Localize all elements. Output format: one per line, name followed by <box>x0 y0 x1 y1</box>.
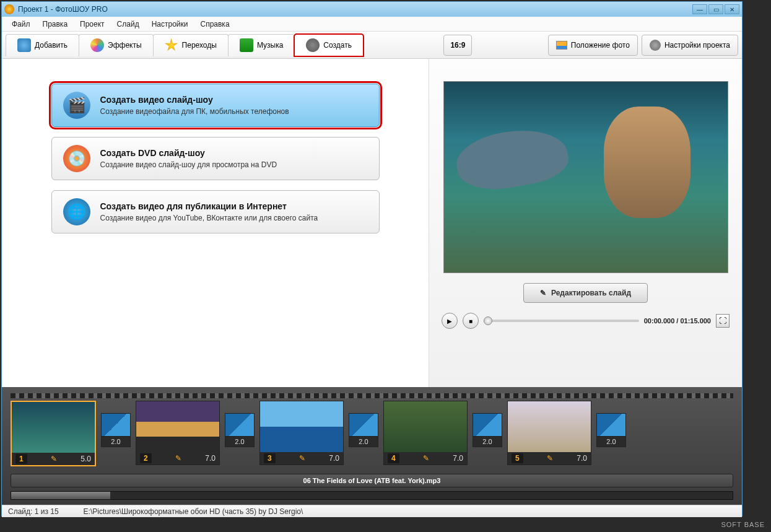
option-create-video[interactable]: 🎬 Создать видео слайд-шоу Создание видео… <box>51 84 380 127</box>
photo-icon <box>556 41 567 50</box>
option-title: Создать видео для публикации в Интернет <box>100 201 318 211</box>
option-desc: Создание видео слайд-шоу для просмотра н… <box>100 160 277 169</box>
transition-thumb <box>473 413 502 437</box>
dvd-icon: 💿 <box>63 145 90 172</box>
time-display: 00:00.000 / 01:15.000 <box>644 317 711 325</box>
transition-duration: 2.0 <box>596 437 626 447</box>
transition[interactable]: 2.0 <box>349 401 378 447</box>
option-create-web[interactable]: 🌐 Создать видео для публикации в Интерне… <box>51 190 380 233</box>
toolbar: Добавить Эффекты Переходы Музыка Создать… <box>2 32 742 59</box>
transition-duration: 2.0 <box>473 437 502 447</box>
slide-number: 2 <box>140 453 152 463</box>
reel-icon <box>306 38 320 52</box>
timeline-slide[interactable]: 2✎7.0 <box>136 401 220 465</box>
menu-edit[interactable]: Правка <box>38 19 73 30</box>
pencil-icon: ✎ <box>540 289 546 297</box>
photo-position-button[interactable]: Положение фото <box>548 35 638 56</box>
preview-panel: ✎Редактировать слайд ▶ ■ 00:00.000 / 01:… <box>429 59 742 387</box>
project-settings-button[interactable]: Настройки проекта <box>642 35 738 56</box>
option-create-dvd[interactable]: 💿 Создать DVD слайд-шоу Создание видео с… <box>51 137 380 180</box>
slide-duration: 7.0 <box>329 454 339 463</box>
transition[interactable]: 2.0 <box>473 401 502 447</box>
preview-image <box>443 81 728 273</box>
menu-project[interactable]: Проект <box>75 19 110 30</box>
slide-number: 4 <box>388 453 399 463</box>
scrollbar-thumb[interactable] <box>11 492 110 499</box>
pencil-icon[interactable]: ✎ <box>423 454 429 463</box>
tab-label: Эффекты <box>108 41 142 50</box>
menu-file[interactable]: Файл <box>7 19 35 30</box>
seek-bar[interactable] <box>484 320 639 322</box>
menubar: Файл Правка Проект Слайд Настройки Справ… <box>2 17 742 32</box>
gear-icon <box>650 40 661 51</box>
slide-thumb <box>384 401 467 452</box>
music-icon <box>240 38 253 52</box>
pencil-icon[interactable]: ✎ <box>175 454 181 463</box>
transition[interactable]: 2.0 <box>101 401 131 447</box>
transition-thumb <box>225 413 255 437</box>
create-panel: 🎬 Создать видео слайд-шоу Создание видео… <box>2 59 429 387</box>
slide-duration: 7.0 <box>205 454 216 463</box>
slide-number: 3 <box>264 453 276 463</box>
seek-thumb[interactable] <box>484 316 492 325</box>
status-path: E:\Pictures\Широкоформатные обои HD (час… <box>84 507 303 516</box>
tab-label: Добавить <box>35 41 68 50</box>
watermark: SOFT BASE <box>721 521 765 528</box>
tab-create[interactable]: Создать <box>294 34 364 56</box>
timeline-scrollbar[interactable] <box>11 491 733 500</box>
globe-icon: 🌐 <box>63 198 90 225</box>
transition-thumb <box>349 413 378 437</box>
film-edge <box>11 393 733 398</box>
tab-effects[interactable]: Эффекты <box>79 34 154 56</box>
pencil-icon[interactable]: ✎ <box>51 455 57 463</box>
app-window: Проект 1 - ФотоШОУ PRO — ▭ ✕ Файл Правка… <box>1 1 743 517</box>
menu-settings[interactable]: Настройки <box>147 19 193 30</box>
transition-duration: 2.0 <box>349 437 378 447</box>
statusbar: Слайд: 1 из 15 E:\Pictures\Широкоформатн… <box>2 505 742 517</box>
play-button[interactable]: ▶ <box>442 313 458 329</box>
window-title: Проект 1 - ФотоШОУ PRO <box>18 5 692 14</box>
transition-duration: 2.0 <box>225 437 255 447</box>
video-file-icon: 🎬 <box>63 92 90 119</box>
tab-label: Музыка <box>257 41 283 50</box>
tab-transitions[interactable]: Переходы <box>153 34 229 56</box>
transition-duration: 2.0 <box>101 437 131 447</box>
palette-icon <box>90 38 104 52</box>
preview-content <box>452 122 572 196</box>
timeline-slide[interactable]: 4✎7.0 <box>383 401 468 465</box>
transition-thumb <box>596 413 626 437</box>
audio-track[interactable]: 06 The Fields of Love (ATB feat. York).m… <box>11 474 733 487</box>
menu-help[interactable]: Справка <box>195 19 234 30</box>
star-icon <box>165 38 178 52</box>
slide-duration: 5.0 <box>81 455 91 463</box>
fullscreen-button[interactable]: ⛶ <box>716 314 730 328</box>
close-button[interactable]: ✕ <box>725 4 739 14</box>
edit-slide-button[interactable]: ✎Редактировать слайд <box>523 283 648 303</box>
slide-number: 5 <box>512 453 523 463</box>
timeline-slide[interactable]: 3✎7.0 <box>259 401 344 465</box>
slide-thumb <box>260 401 343 452</box>
menu-slide[interactable]: Слайд <box>112 19 144 30</box>
timeline-slide[interactable]: 1✎5.0 <box>11 401 96 466</box>
tab-music[interactable]: Музыка <box>228 34 295 56</box>
slide-thumb <box>12 402 95 453</box>
transition[interactable]: 2.0 <box>596 401 626 447</box>
tab-add[interactable]: Добавить <box>6 34 79 56</box>
tab-label: Переходы <box>182 41 217 50</box>
slide-duration: 7.0 <box>453 454 463 463</box>
stop-button[interactable]: ■ <box>463 313 479 329</box>
slide-thumb <box>136 401 219 452</box>
camera-icon <box>17 38 31 52</box>
slides-row: 1✎5.0 2.0 2✎7.0 2.0 3✎7.0 2.0 4✎7.0 2.0 … <box>11 401 733 468</box>
pencil-icon[interactable]: ✎ <box>547 454 553 463</box>
transition[interactable]: 2.0 <box>225 401 255 447</box>
tab-label: Создать <box>323 41 352 50</box>
minimize-button[interactable]: — <box>692 4 707 14</box>
slide-thumb <box>508 401 591 452</box>
timeline-slide[interactable]: 5✎7.0 <box>507 401 591 465</box>
maximize-button[interactable]: ▭ <box>708 4 723 14</box>
titlebar: Проект 1 - ФотоШОУ PRO — ▭ ✕ <box>2 2 742 17</box>
aspect-ratio-button[interactable]: 16:9 <box>443 35 472 56</box>
option-desc: Создание видео для YouTube, ВКонтакте ил… <box>100 214 318 222</box>
pencil-icon[interactable]: ✎ <box>299 454 305 463</box>
